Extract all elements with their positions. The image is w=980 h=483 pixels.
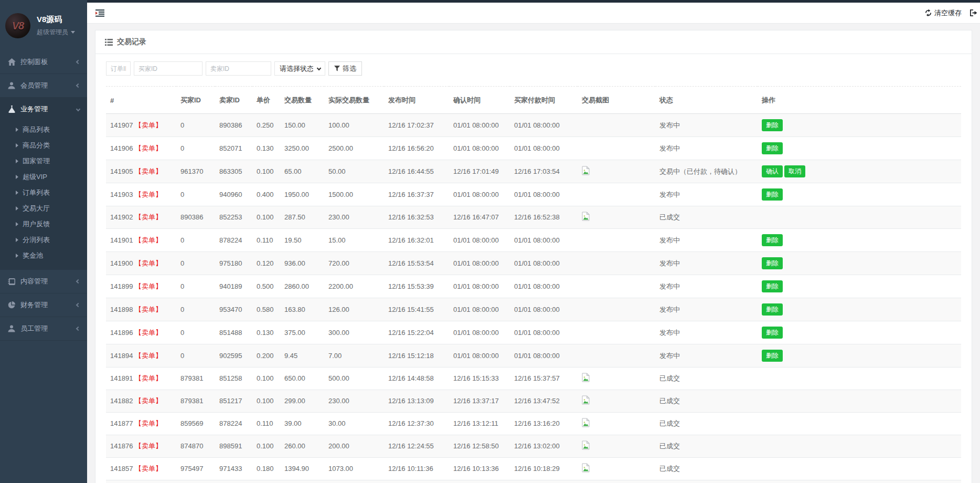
delete-button[interactable]: 删除: [762, 280, 783, 292]
seller-id-input[interactable]: [206, 61, 271, 76]
sidebar-subitem[interactable]: 商品分类: [0, 138, 87, 153]
screenshot-thumbnail-icon: [582, 395, 590, 405]
cell-publish-time: 12/16 16:37:37: [384, 183, 449, 206]
cell-seller-id: 902595: [215, 344, 252, 368]
sidebar-subitem-label: 超级VIP: [23, 172, 47, 182]
cell-confirm-time: 01/01 08:00:00: [449, 344, 510, 368]
sidebar-subitem[interactable]: 订单列表: [0, 185, 87, 201]
home-icon: [7, 58, 16, 66]
cancel-button[interactable]: 取消: [784, 165, 805, 177]
column-header: 发布时间: [384, 87, 449, 114]
cell-price: 0.120: [252, 252, 280, 275]
cell-actions: [758, 458, 961, 480]
records-panel: 交易记录 请选择状态: [95, 30, 972, 483]
sidebar-item-label: 财务管理: [20, 300, 72, 310]
chevron-left-icon: [76, 303, 80, 307]
screenshot-thumbnail-icon: [582, 373, 590, 382]
cell-actual-quantity: 15.00: [324, 229, 384, 252]
table-row: 141857 【卖单】9754979714330.1801394.901073.…: [106, 458, 961, 480]
order-id-input[interactable]: [106, 61, 131, 76]
delete-button[interactable]: 删除: [762, 303, 783, 316]
delete-button[interactable]: 删除: [762, 327, 783, 339]
cell-order-id: 141899 【卖单】: [106, 275, 176, 298]
delete-button[interactable]: 删除: [762, 350, 783, 362]
cell-pay-time: 12/16 13:47:52: [510, 390, 578, 413]
sidebar-item-members[interactable]: 会员管理: [0, 74, 87, 98]
cell-confirm-time: 01/01 08:00:00: [449, 114, 510, 137]
table-row: 141891 【卖单】8793818512580.100650.00500.00…: [106, 368, 961, 390]
cell-status: 已成交: [655, 435, 758, 458]
cell-actions: 删除: [758, 275, 961, 298]
screenshot-thumbnail[interactable]: [582, 444, 590, 452]
screenshot-thumbnail[interactable]: [582, 398, 590, 406]
cell-seller-id: 878224: [215, 229, 252, 252]
sidebar-subitem[interactable]: 分润列表: [0, 232, 87, 248]
screenshot-thumbnail[interactable]: [582, 215, 590, 223]
sidebar-subitem[interactable]: 用户反馈: [0, 216, 87, 232]
sidebar-item-content[interactable]: 内容管理: [0, 270, 87, 293]
cell-price: 0.580: [252, 298, 280, 321]
screenshot-thumbnail[interactable]: [582, 421, 590, 429]
cell-pay-time: 12/16 15:37:57: [510, 368, 578, 390]
delete-button[interactable]: 删除: [762, 142, 783, 154]
status-select[interactable]: 请选择状态: [274, 61, 325, 76]
cell-seller-id: 851258: [215, 368, 252, 390]
screenshot-thumbnail[interactable]: [582, 169, 590, 177]
app-root: V8 V8源码 超级管理员 控制面板 会员管理: [0, 0, 980, 483]
delete-button[interactable]: 删除: [762, 257, 783, 269]
column-header: #: [106, 87, 176, 114]
cell-screenshot: [578, 298, 655, 321]
sidebar-subitem[interactable]: 国家管理: [0, 153, 87, 169]
cell-status: 发布中: [655, 344, 758, 368]
panel-body: 请选择状态 筛选: [95, 54, 972, 483]
confirm-button[interactable]: 确认: [762, 165, 783, 177]
delete-button[interactable]: 删除: [762, 188, 783, 201]
cell-publish-time: 12/16 13:13:09: [384, 390, 449, 413]
cell-publish-time: 12/16 16:32:53: [384, 206, 449, 229]
cell-quantity: 287.50: [280, 206, 324, 229]
cell-screenshot: [578, 229, 655, 252]
screenshot-thumbnail[interactable]: [582, 376, 590, 384]
sidebar-subitem[interactable]: 交易大厅: [0, 201, 87, 216]
column-header: 状态: [655, 87, 758, 114]
cell-screenshot: [578, 275, 655, 298]
sidebar-subitem-label: 奖金池: [23, 251, 43, 260]
column-header: 交易数量: [280, 87, 324, 114]
cell-screenshot: [578, 206, 655, 229]
sidebar-submenu: 商品列表商品分类国家管理超级VIP订单列表交易大厅用户反馈分润列表奖金池: [0, 121, 87, 270]
sidebar-subitem[interactable]: 超级VIP: [0, 169, 87, 185]
cell-quantity: 299.00: [280, 390, 324, 413]
sidebar-item-dashboard[interactable]: 控制面板: [0, 50, 87, 74]
sidebar-item-staff[interactable]: 员工管理: [0, 317, 87, 341]
sidebar-subitem[interactable]: 商品列表: [0, 122, 87, 138]
cell-price: 0.200: [252, 344, 280, 368]
sidebar-toggle-icon[interactable]: [95, 9, 104, 17]
cell-screenshot: [578, 114, 655, 137]
cell-buyer-id: 874870: [176, 435, 215, 458]
delete-button[interactable]: 删除: [762, 119, 783, 131]
order-type-tag: 【卖单】: [135, 167, 162, 175]
logout-button[interactable]: 注销: [970, 8, 980, 18]
cell-actions: [758, 435, 961, 458]
sidebar-subitem[interactable]: 奖金池: [0, 248, 87, 264]
clear-cache-button[interactable]: 清空缓存: [925, 8, 962, 18]
buyer-id-input[interactable]: [134, 61, 203, 76]
status-select-wrap: 请选择状态: [274, 61, 325, 76]
order-id: 141857: [110, 465, 135, 472]
cell-pay-time: 01/01 08:00:00: [510, 321, 578, 344]
cell-status: 发布中: [655, 114, 758, 137]
filter-button[interactable]: 筛选: [328, 61, 362, 76]
cell-actions: 删除: [758, 114, 961, 137]
user-role-dropdown[interactable]: 超级管理员: [37, 28, 75, 37]
cell-price: 0.250: [252, 114, 280, 137]
screenshot-thumbnail[interactable]: [582, 466, 590, 474]
cell-actions: 删除: [758, 344, 961, 368]
sidebar-item-finance[interactable]: 财务管理: [0, 293, 87, 317]
order-id: 141894: [110, 352, 135, 360]
topbar-actions: 清空缓存 注销: [925, 3, 980, 23]
sidebar-item-business[interactable]: 业务管理: [0, 98, 87, 121]
cell-price: 0.180: [252, 458, 280, 480]
delete-button[interactable]: 删除: [762, 234, 783, 246]
cell-status: 已成交: [655, 480, 758, 483]
user-icon: [7, 82, 16, 89]
